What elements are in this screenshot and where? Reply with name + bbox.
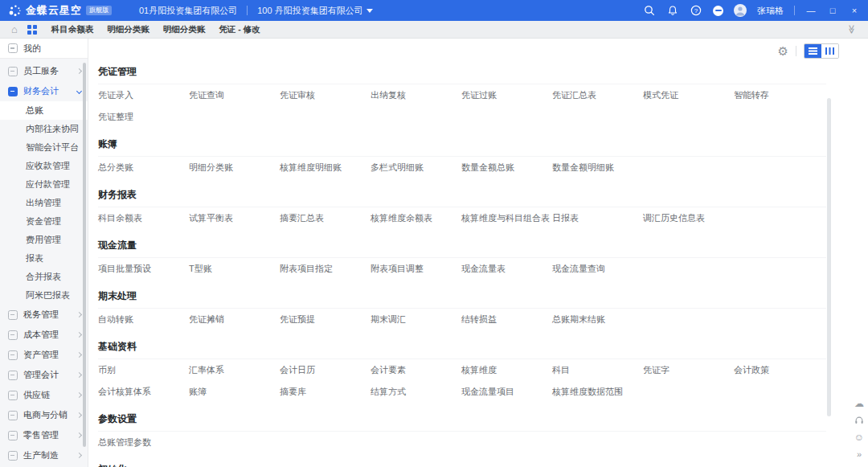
app-link-总账管理参数[interactable]: 总账管理参数 [98, 436, 189, 449]
app-link-会计要素[interactable]: 会计要素 [371, 364, 461, 376]
all-apps-grid-icon[interactable] [27, 25, 37, 35]
user-avatar[interactable] [734, 4, 747, 17]
app-link-现金流量项目[interactable]: 现金流量项目 [461, 386, 552, 398]
app-link-数量金额明细账[interactable]: 数量金额明细账 [552, 162, 643, 174]
notifications-bell-icon[interactable] [666, 4, 679, 17]
sidebar-subitem-内部往来协同[interactable]: 内部往来协同 [0, 120, 88, 138]
org-tab-primary[interactable]: 01丹阳投资集团有限公司 [139, 5, 237, 17]
sidebar-scrollbar[interactable] [83, 63, 86, 447]
sidebar-item-资产管理[interactable]: 资产管理 [0, 345, 88, 365]
sidebar-item-电商与分销[interactable]: 电商与分销 [0, 405, 88, 425]
app-link-智能转存[interactable]: 智能转存 [734, 89, 825, 101]
app-link-凭证审核[interactable]: 凭证审核 [280, 89, 371, 101]
app-link-日报表[interactable]: 日报表 [552, 212, 643, 224]
sidebar-subitem-费用管理[interactable]: 费用管理 [0, 231, 88, 249]
sidebar-subitem-合并报表[interactable]: 合并报表 [0, 268, 88, 286]
app-link-核算维度与科目组合表[interactable]: 核算维度与科目组合表 [461, 212, 552, 224]
sidebar-subitem-阿米巴报表[interactable]: 阿米巴报表 [0, 286, 88, 305]
app-link-自动转账[interactable]: 自动转账 [98, 313, 189, 326]
org-tab-secondary[interactable]: 100 丹阳投资集团有限公司 [257, 5, 372, 17]
section-基础资料: 基础资料币别汇率体系会计日历会计要素核算维度科目凭证字会计政策会计核算体系账簿摘… [98, 333, 831, 405]
app-link-凭证摊销[interactable]: 凭证摊销 [189, 313, 280, 326]
app-link-账簿[interactable]: 账簿 [189, 386, 280, 398]
sidebar-item-供应链[interactable]: 供应链 [0, 385, 88, 405]
collapse-tabs-icon[interactable]: ≫ [848, 25, 857, 35]
app-link-现金流量查询[interactable]: 现金流量查询 [552, 263, 643, 275]
app-link-总分类账[interactable]: 总分类账 [98, 162, 189, 174]
sidebar-item-管理会计[interactable]: 管理会计 [0, 365, 88, 385]
app-link-凭证过账[interactable]: 凭证过账 [461, 89, 552, 101]
app-link-明细分类账[interactable]: 明细分类账 [189, 162, 280, 174]
app-link-项目批量预设[interactable]: 项目批量预设 [98, 263, 189, 275]
sidebar-item-我的[interactable]: 我的 [0, 39, 88, 59]
app-link-科目[interactable]: 科目 [552, 364, 643, 376]
sidebar-subitem-资金管理[interactable]: 资金管理 [0, 212, 88, 231]
app-link-核算维度明细账[interactable]: 核算维度明细账 [280, 162, 371, 174]
sidebar-subitem-总账[interactable]: 总账 [0, 101, 88, 120]
document-tab-3[interactable]: 明细分类账 [163, 24, 206, 35]
app-link-凭证录入[interactable]: 凭证录入 [98, 89, 189, 101]
app-link-汇率体系[interactable]: 汇率体系 [189, 364, 280, 376]
sidebar-subitem-智能会计平台[interactable]: 智能会计平台 [0, 138, 88, 157]
minimize-button[interactable]: — [805, 4, 817, 17]
app-link-核算维度[interactable]: 核算维度 [461, 364, 552, 376]
content-scrollbar[interactable] [827, 98, 831, 416]
app-link-结转损益[interactable]: 结转损益 [461, 313, 552, 326]
app-link-会计日历[interactable]: 会计日历 [280, 364, 371, 376]
document-tab-1[interactable]: 科目余额表 [51, 24, 94, 35]
app-link-多栏式明细账[interactable]: 多栏式明细账 [371, 162, 461, 174]
my-workbench-icon [8, 43, 18, 53]
app-link-期末调汇[interactable]: 期末调汇 [371, 313, 461, 326]
app-link-数量金额总账[interactable]: 数量金额总账 [461, 162, 552, 174]
user-name[interactable]: 张瑞格 [757, 5, 784, 17]
app-link-币别[interactable]: 币别 [98, 364, 189, 376]
app-link-凭证整理[interactable]: 凭证整理 [98, 111, 189, 123]
rail-more-icon[interactable]: » [857, 449, 862, 459]
sidebar-item-零售管理[interactable]: 零售管理 [0, 425, 88, 445]
search-icon[interactable] [643, 4, 656, 17]
app-link-凭证汇总表[interactable]: 凭证汇总表 [552, 89, 643, 101]
app-link-凭证预提[interactable]: 凭证预提 [280, 313, 371, 326]
app-link-总账期末结账[interactable]: 总账期末结账 [552, 313, 643, 326]
document-tab-2[interactable]: 明细分类账 [107, 24, 149, 35]
app-link-现金流量表[interactable]: 现金流量表 [461, 263, 552, 275]
maximize-button[interactable]: □ [827, 4, 838, 17]
app-link-凭证字[interactable]: 凭证字 [643, 364, 734, 376]
document-tab-4[interactable]: 凭证 - 修改 [219, 24, 260, 35]
close-button[interactable]: × [849, 4, 860, 17]
gear-icon[interactable]: ⚙ [778, 45, 788, 57]
sidebar-subitem-出纳管理[interactable]: 出纳管理 [0, 194, 88, 212]
app-link-凭证查询[interactable]: 凭证查询 [189, 89, 280, 101]
app-link-附表项目指定[interactable]: 附表项目指定 [280, 263, 371, 275]
app-link-附表项目调整[interactable]: 附表项目调整 [371, 263, 461, 275]
help-icon[interactable]: ? [690, 4, 702, 17]
app-link-模式凭证[interactable]: 模式凭证 [643, 89, 734, 101]
headset-support-icon[interactable] [854, 416, 864, 425]
sidebar-item-生产制造[interactable]: 生产制造 [0, 445, 88, 465]
app-link-试算平衡表[interactable]: 试算平衡表 [189, 212, 280, 224]
sidebar-subitem-报表[interactable]: 报表 [0, 249, 88, 268]
app-link-结算方式[interactable]: 结算方式 [371, 386, 461, 398]
sidebar-item-成本管理[interactable]: 成本管理 [0, 325, 88, 345]
app-link-摘要库[interactable]: 摘要库 [280, 386, 371, 398]
app-link-会计核算体系[interactable]: 会计核算体系 [98, 386, 189, 398]
app-link-会计政策[interactable]: 会计政策 [734, 364, 825, 376]
cloud-icon[interactable]: ☁ [854, 399, 864, 408]
sidebar-item-员工服务[interactable]: 员工服务 [0, 61, 88, 81]
app-link-T型账[interactable]: T型账 [189, 263, 280, 275]
sidebar-item-税务管理[interactable]: 税务管理 [0, 305, 88, 325]
app-link-科目余额表[interactable]: 科目余额表 [98, 212, 189, 224]
column-view-button[interactable] [821, 44, 838, 58]
sidebar-subitem-应收款管理[interactable]: 应收款管理 [0, 157, 88, 175]
feedback-smiley-icon[interactable]: ☺ [854, 432, 864, 442]
home-icon[interactable]: ⌂ [11, 24, 18, 35]
app-link-核算维度余额表[interactable]: 核算维度余额表 [371, 212, 461, 224]
app-link-核算维度数据范围[interactable]: 核算维度数据范围 [552, 386, 643, 398]
sidebar-subitem-应付款管理[interactable]: 应付款管理 [0, 175, 88, 194]
sidebar-item-财务会计[interactable]: 财务会计 [0, 81, 88, 101]
status-dnd-icon[interactable] [713, 6, 723, 16]
app-link-摘要汇总表[interactable]: 摘要汇总表 [280, 212, 371, 224]
app-link-出纳复核[interactable]: 出纳复核 [371, 89, 461, 101]
app-link-调汇历史信息表[interactable]: 调汇历史信息表 [643, 212, 734, 224]
list-view-button[interactable] [805, 44, 821, 58]
